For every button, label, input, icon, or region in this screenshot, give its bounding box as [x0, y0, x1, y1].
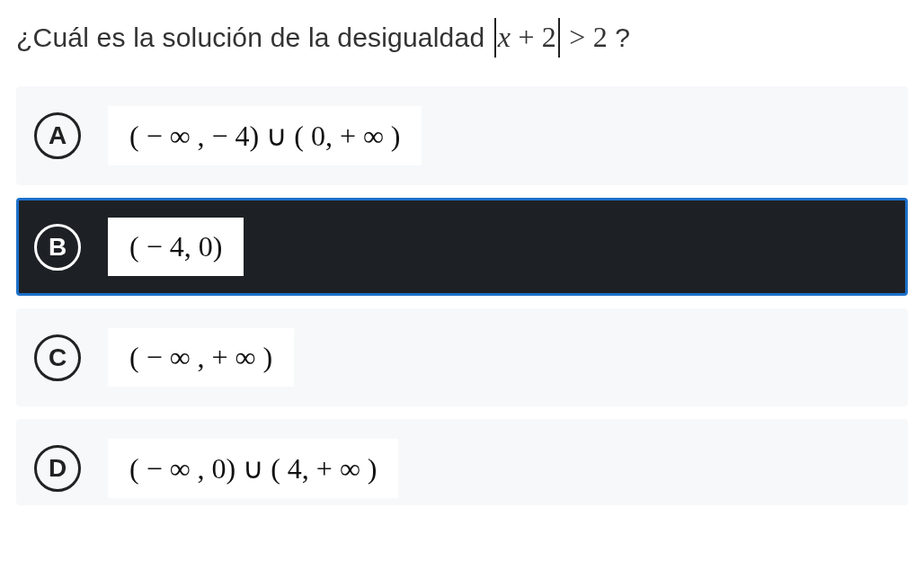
abs-bar-left — [494, 18, 496, 58]
option-letter: C — [34, 334, 81, 381]
option-letter: A — [34, 112, 81, 159]
expr-gt: > 2 — [562, 21, 608, 53]
question-text: ¿Cuál es la solución de la desigualdad x… — [16, 18, 908, 58]
option-letter: D — [34, 445, 81, 492]
option-c[interactable]: C ( − ∞ , + ∞ ) — [16, 308, 908, 406]
question-suffix: ? — [615, 22, 630, 52]
option-a[interactable]: A ( − ∞ , − 4) ∪ ( 0, + ∞ ) — [16, 86, 908, 185]
options-list: A ( − ∞ , − 4) ∪ ( 0, + ∞ ) B ( − 4, 0) … — [16, 86, 908, 505]
option-answer: ( − ∞ , + ∞ ) — [108, 328, 294, 387]
option-answer: ( − ∞ , 0) ∪ ( 4, + ∞ ) — [108, 439, 398, 498]
option-b[interactable]: B ( − 4, 0) — [16, 198, 908, 296]
option-answer: ( − 4, 0) — [108, 218, 244, 276]
expr-var: x — [498, 21, 511, 53]
option-answer: ( − ∞ , − 4) ∪ ( 0, + ∞ ) — [108, 106, 422, 165]
question-prefix: ¿Cuál es la solución de la desigualdad — [16, 22, 493, 52]
abs-bar-right — [558, 18, 560, 58]
question-expression: x + 2 > 2 — [493, 21, 615, 53]
option-letter: B — [34, 224, 81, 271]
expr-plus: + 2 — [511, 21, 556, 53]
option-d[interactable]: D ( − ∞ , 0) ∪ ( 4, + ∞ ) — [16, 419, 908, 505]
